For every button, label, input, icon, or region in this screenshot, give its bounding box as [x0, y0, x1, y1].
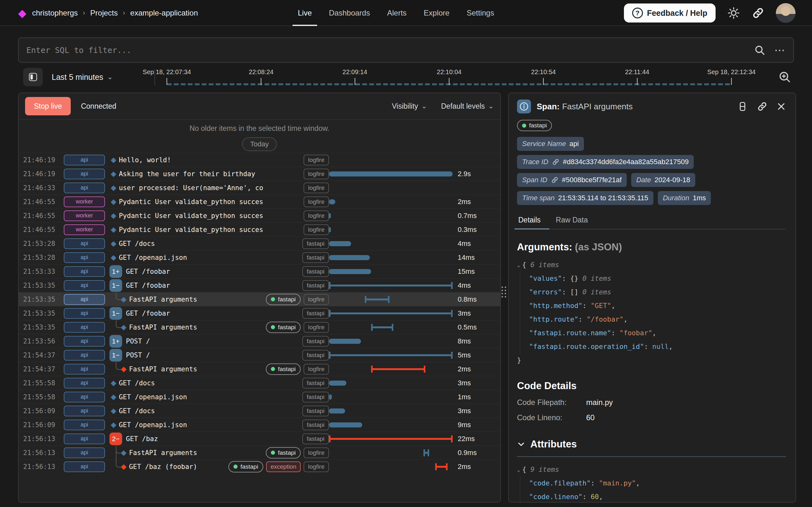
trace-row[interactable]: 21:46:55worker◆Pydantic User validate_py…	[19, 209, 500, 222]
meta-chip-service-name[interactable]: Service Nameapi	[517, 137, 584, 151]
trace-row[interactable]: 21:46:55worker◆Pydantic User validate_py…	[19, 222, 500, 236]
nav-tab-live[interactable]: Live	[289, 0, 320, 26]
trace-row[interactable]: 21:53:35api1−GET /foobarfastapi4ms	[19, 278, 500, 292]
service-tag-api[interactable]: api	[64, 155, 105, 165]
trace-row[interactable]: 21:55:58api◆GET /openapi.jsonfastapi1ms	[19, 390, 500, 404]
children-count-badge[interactable]: 1+	[109, 335, 122, 348]
meta-chip-time-span[interactable]: Time span21:53:35.114 to 21:53:35.115	[517, 191, 653, 205]
scope-tag-fastapi[interactable]: fastapi	[302, 419, 329, 430]
service-tag-api[interactable]: api	[64, 266, 105, 277]
scope-tag-fastapi[interactable]: fastapi	[266, 363, 301, 375]
trace-row[interactable]: 21:53:28api◆GET /docsfastapi4ms	[19, 236, 500, 250]
service-tag-api[interactable]: api	[64, 322, 105, 333]
panel-layout-icon[interactable]	[737, 101, 748, 112]
theme-toggle-icon[interactable]	[727, 6, 740, 20]
nav-tab-alerts[interactable]: Alerts	[378, 0, 415, 26]
meta-chip-date[interactable]: Date2024-09-18	[631, 173, 695, 187]
scope-tag-exception[interactable]: exception	[266, 461, 301, 472]
default-levels-dropdown[interactable]: Default levels ⌄	[441, 102, 494, 111]
trace-row[interactable]: 21:46:19api◆Asking the user for their bi…	[19, 167, 500, 181]
service-tag-worker[interactable]: worker	[64, 196, 105, 207]
json-collapse-caret[interactable]: ⌄	[517, 466, 520, 473]
fastapi-tag[interactable]: fastapi	[517, 120, 552, 131]
children-count-badge[interactable]: 1−	[109, 349, 122, 361]
service-tag-api[interactable]: api	[64, 434, 105, 444]
children-count-badge[interactable]: 2−	[109, 433, 122, 445]
breadcrumb-item-Projects[interactable]: Projects	[90, 9, 118, 17]
scope-tag-fastapi[interactable]: fastapi	[302, 308, 329, 319]
timeline-zoom-in-icon[interactable]	[778, 70, 792, 83]
trace-row[interactable]: 21:54:37api◆FastAPI argumentsfastapilogf…	[19, 362, 500, 376]
service-tag-api[interactable]: api	[64, 182, 105, 193]
service-tag-api[interactable]: api	[64, 461, 105, 472]
service-tag-api[interactable]: api	[64, 336, 105, 347]
scope-tag-fastapi[interactable]: fastapi	[302, 266, 329, 277]
search-icon[interactable]	[754, 44, 765, 56]
meta-chip-span-id[interactable]: Span ID#5008bce5f7fe21af	[517, 173, 627, 187]
breadcrumb-item-example-application[interactable]: example-application	[131, 9, 198, 17]
trace-row[interactable]: 21:53:35api◆FastAPI argumentsfastapilogf…	[19, 292, 500, 306]
service-tag-api[interactable]: api	[64, 447, 105, 458]
scope-tag-logfire[interactable]: logfire	[304, 155, 329, 165]
nav-tab-dashboards[interactable]: Dashboards	[320, 0, 378, 26]
children-count-badge[interactable]: 1+	[109, 265, 122, 278]
scope-tag-logfire[interactable]: logfire	[304, 322, 329, 333]
service-tag-api[interactable]: api	[64, 238, 105, 249]
meta-chip-duration[interactable]: Duration1ms	[658, 191, 711, 205]
scope-tag-logfire[interactable]: logfire	[304, 364, 329, 375]
scope-tag-fastapi[interactable]: fastapi	[302, 434, 329, 444]
service-tag-api[interactable]: api	[64, 280, 105, 291]
trace-row[interactable]: 21:53:35api◆FastAPI argumentsfastapilogf…	[19, 320, 500, 334]
scope-tag-logfire[interactable]: logfire	[304, 196, 329, 207]
service-tag-api[interactable]: api	[64, 350, 105, 360]
meta-chip-trace-id[interactable]: Trace ID#d834c3374dd6fa2e4aa82a55ab21750…	[517, 155, 694, 169]
logfire-logo-icon[interactable]: ◆	[18, 8, 26, 18]
detail-tab-details[interactable]: Details	[517, 214, 542, 229]
scope-tag-fastapi[interactable]: fastapi	[302, 392, 329, 402]
scope-tag-logfire[interactable]: logfire	[304, 294, 329, 305]
share-link-icon[interactable]	[752, 7, 764, 19]
scope-tag-logfire[interactable]: logfire	[304, 182, 329, 193]
panel-resize-handle[interactable]	[502, 284, 507, 300]
scope-tag-fastapi[interactable]: fastapi	[266, 294, 301, 305]
close-icon[interactable]	[776, 102, 786, 111]
service-tag-worker[interactable]: worker	[64, 224, 105, 235]
filter-menu-ellipsis-icon[interactable]: ⋯	[774, 44, 786, 56]
copy-link-icon[interactable]	[757, 101, 768, 112]
scope-tag-fastapi[interactable]: fastapi	[302, 406, 329, 416]
scope-tag-fastapi[interactable]: fastapi	[229, 461, 263, 472]
nav-tab-explore[interactable]: Explore	[415, 0, 458, 26]
service-tag-api[interactable]: api	[64, 406, 105, 416]
time-range-dropdown[interactable]: Last 5 minutes ⌄	[52, 66, 113, 88]
service-tag-api[interactable]: api	[64, 392, 105, 402]
trace-row[interactable]: 21:53:28api◆GET /openapi.jsonfastapi14ms	[19, 250, 500, 264]
trace-row[interactable]: 21:54:37api1−POST /fastapi5ms	[19, 348, 500, 362]
trace-row[interactable]: 21:56:09api◆GET /docsfastapi3ms	[19, 404, 500, 418]
children-count-badge[interactable]: 1−	[109, 307, 122, 320]
nav-tab-settings[interactable]: Settings	[458, 0, 503, 26]
trace-row[interactable]: 21:53:35api1−GET /foobarfastapi3ms	[19, 306, 500, 320]
service-tag-api[interactable]: api	[64, 252, 105, 263]
scope-tag-logfire[interactable]: logfire	[304, 447, 329, 458]
service-tag-api[interactable]: api	[64, 308, 105, 319]
attributes-section-toggle[interactable]: Attributes	[517, 439, 786, 450]
scope-tag-fastapi[interactable]: fastapi	[302, 280, 329, 291]
scope-tag-fastapi[interactable]: fastapi	[302, 336, 329, 347]
sidebar-toggle-button[interactable]	[23, 68, 43, 86]
scope-tag-logfire[interactable]: logfire	[304, 224, 329, 235]
trace-row[interactable]: 21:53:33api1+GET /foobarfastapi15ms	[19, 264, 500, 278]
trace-row[interactable]: 21:56:13api2−GET /bazfastapi22ms	[19, 432, 500, 446]
scope-tag-fastapi[interactable]: fastapi	[302, 238, 329, 249]
scope-tag-fastapi[interactable]: fastapi	[266, 447, 301, 458]
trace-row[interactable]: 21:46:33api◆user processed: User(name='A…	[19, 181, 500, 194]
scope-tag-logfire[interactable]: logfire	[304, 210, 329, 221]
user-avatar[interactable]	[776, 3, 796, 23]
today-button[interactable]: Today	[242, 137, 277, 151]
trace-row[interactable]: 21:56:13api◆GET /baz (foobar)fastapiexce…	[19, 459, 500, 473]
service-tag-api[interactable]: api	[64, 169, 105, 179]
trace-row[interactable]: 21:55:58api◆GET /docsfastapi3ms	[19, 376, 500, 390]
scope-tag-fastapi[interactable]: fastapi	[302, 350, 329, 360]
scope-tag-fastapi[interactable]: fastapi	[302, 252, 329, 263]
breadcrumb-item-christophergs[interactable]: christophergs	[32, 9, 78, 17]
sql-filter-input[interactable]	[26, 46, 754, 55]
